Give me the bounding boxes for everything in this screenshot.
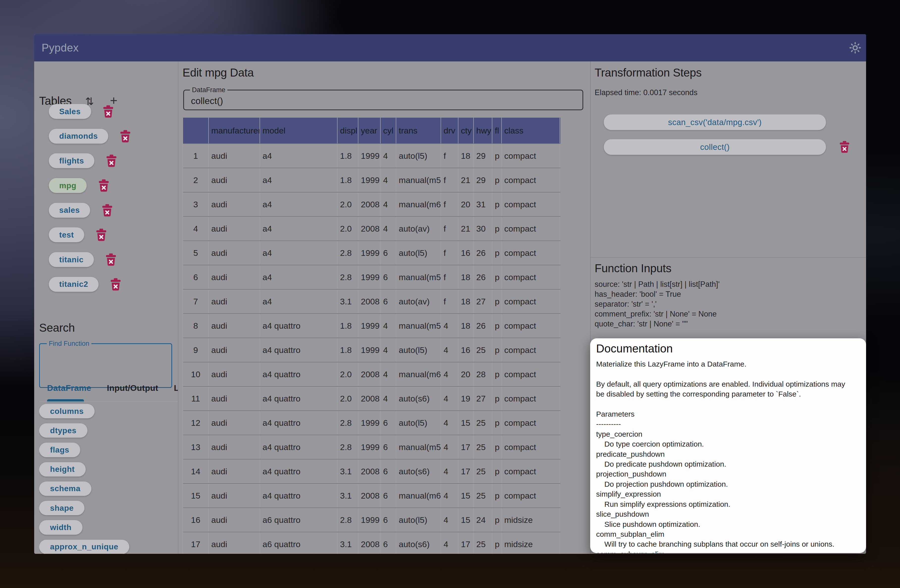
- table-cell: 3.1: [338, 484, 358, 507]
- table-cell: a4 quattro: [260, 484, 338, 507]
- trash-icon[interactable]: [839, 141, 849, 153]
- function-pill-shape[interactable]: shape: [39, 501, 84, 515]
- table-cell: 29: [474, 168, 492, 192]
- table-cell: 2.8: [338, 508, 358, 532]
- table-cell: p: [492, 217, 502, 240]
- step-button[interactable]: scan_csv('data/mpg.csv'): [604, 115, 826, 130]
- table-cell: p: [492, 144, 502, 168]
- transformation-steps-title: Transformation Steps: [594, 66, 701, 79]
- table-cell: compact: [502, 338, 560, 362]
- table-cell: audi: [209, 532, 260, 554]
- table-pill-test[interactable]: test: [49, 227, 84, 242]
- table-pill-diamonds[interactable]: diamonds: [49, 129, 108, 144]
- table-cell: 16: [183, 508, 209, 532]
- table-cell: 21: [458, 217, 474, 240]
- table-cell: audi: [209, 241, 260, 265]
- table-cell: manual(m5): [396, 265, 441, 289]
- table-cell: 25: [474, 459, 492, 483]
- column-header: cty: [458, 118, 474, 143]
- table-cell: manual(m6): [396, 192, 441, 216]
- table-cell: 5: [183, 241, 209, 265]
- column-header: drv: [441, 118, 458, 143]
- table-cell: p: [492, 168, 502, 192]
- documentation-body: Materialize this LazyFrame into a DataFr…: [596, 359, 860, 553]
- table-cell: a6 quattro: [260, 508, 338, 532]
- table-row: 12audia4 quattro2.819996auto(l5)41525pco…: [183, 411, 560, 435]
- table-row: 10audia4 quattro2.020084manual(m6)42028p…: [183, 362, 560, 386]
- function-pill-height[interactable]: height: [39, 462, 86, 476]
- table-row: 15audia4 quattro3.120086manual(m6)41525p…: [183, 484, 560, 508]
- search-title: Search: [39, 321, 75, 334]
- table-cell: 2.0: [338, 192, 358, 216]
- trash-icon[interactable]: [106, 253, 116, 266]
- table-cell: 4: [381, 217, 396, 240]
- find-function-input[interactable]: [44, 349, 162, 360]
- trash-icon[interactable]: [120, 130, 130, 143]
- table-cell: 4: [183, 217, 209, 240]
- function-pill-width[interactable]: width: [39, 520, 82, 535]
- dataframe-input[interactable]: collect(): [191, 96, 579, 106]
- table-cell: 2008: [358, 532, 381, 554]
- trash-icon[interactable]: [99, 179, 109, 192]
- column-header: model: [260, 118, 338, 143]
- documentation-panel: Documentation Materialize this LazyFrame…: [590, 338, 866, 553]
- table-row: 7audia43.120086auto(av)f1827pcompact: [183, 290, 560, 314]
- documentation-title: Documentation: [596, 342, 860, 355]
- trash-icon[interactable]: [110, 278, 121, 290]
- function-pill-flags[interactable]: flags: [39, 443, 80, 457]
- table-cell: 15: [458, 484, 474, 507]
- table-cell: 17: [458, 459, 474, 483]
- table-cell: a4 quattro: [260, 362, 338, 386]
- theme-toggle-button[interactable]: [849, 42, 861, 54]
- table-row: 17audia6 quattro3.120086auto(s6)41725pmi…: [183, 532, 560, 554]
- table-cell: audi: [209, 362, 260, 386]
- table-cell: 3: [183, 192, 209, 216]
- find-function-label: Find Function: [47, 340, 92, 348]
- trash-icon[interactable]: [103, 105, 113, 118]
- table-cell: 31: [474, 192, 492, 216]
- table-cell: manual(m5): [396, 435, 441, 459]
- function-pill-schema[interactable]: schema: [39, 481, 92, 496]
- function-pill-columns[interactable]: columns: [39, 404, 95, 418]
- table-cell: 26: [474, 265, 492, 289]
- table-row: mpg: [49, 178, 178, 193]
- table-cell: 2: [183, 168, 209, 192]
- table-cell: 6: [183, 265, 209, 289]
- trash-icon[interactable]: [96, 229, 107, 241]
- tab-lazy[interactable]: Lazy: [174, 382, 178, 393]
- function-pill-dtypes[interactable]: dtypes: [39, 423, 87, 438]
- table-cell: 2008: [358, 290, 381, 313]
- table-cell: 20: [458, 362, 474, 386]
- column-header: cyl: [381, 118, 396, 143]
- function-pill-approx_n_unique[interactable]: approx_n_unique: [39, 540, 129, 554]
- table-pill-Sales[interactable]: Sales: [49, 104, 91, 119]
- table-cell: 6: [381, 241, 396, 265]
- table-cell: auto(s6): [396, 532, 441, 554]
- table-cell: f: [441, 217, 458, 240]
- table-cell: auto(av): [396, 290, 441, 313]
- table-pill-titanic[interactable]: titanic: [49, 252, 94, 267]
- table-pill-titanic2[interactable]: titanic2: [49, 277, 99, 292]
- trash-icon[interactable]: [106, 155, 116, 167]
- app-title: Pypdex: [42, 34, 79, 61]
- table-pill-sales[interactable]: sales: [49, 203, 90, 218]
- table-cell: a6 quattro: [260, 532, 338, 554]
- table-row: Sales: [49, 104, 178, 119]
- table-pill-flights[interactable]: flights: [49, 153, 95, 168]
- step-button[interactable]: collect(): [604, 139, 826, 155]
- table-cell: 1.8: [338, 314, 358, 338]
- table-row: 6audia42.819996manual(m5)f1826pcompact: [183, 265, 560, 290]
- table-cell: audi: [209, 386, 260, 410]
- table-cell: 6: [381, 508, 396, 532]
- table-cell: 4: [381, 192, 396, 216]
- table-cell: a4: [260, 192, 338, 216]
- table-cell: 25: [474, 532, 492, 554]
- tab-input-output[interactable]: Input/Output: [107, 382, 158, 393]
- table-cell: 2008: [358, 386, 381, 410]
- table-cell: audi: [209, 265, 260, 289]
- table-cell: 1999: [358, 338, 381, 362]
- trash-icon[interactable]: [102, 204, 112, 216]
- table-cell: 25: [474, 435, 492, 459]
- table-pill-mpg[interactable]: mpg: [49, 178, 87, 193]
- tab-dataframe[interactable]: DataFrame: [47, 382, 91, 393]
